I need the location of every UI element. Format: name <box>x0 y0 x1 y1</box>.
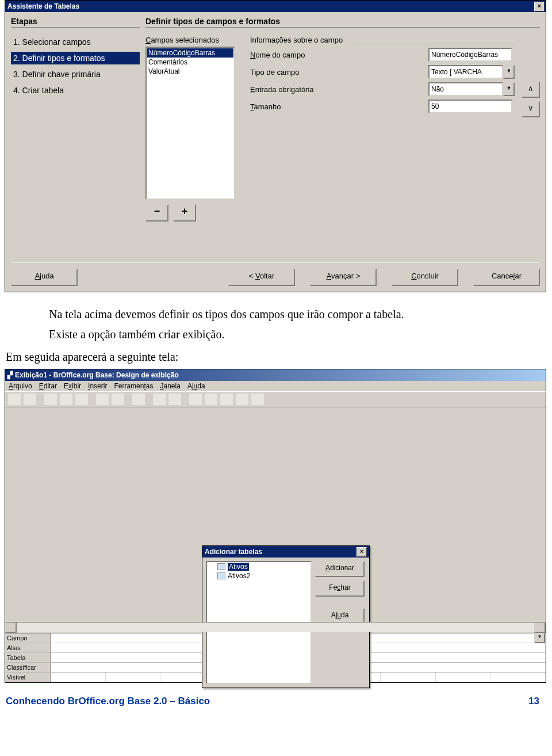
close-button[interactable]: Fechar <box>315 581 365 597</box>
field-info-label: Informações sobre o campo <box>250 36 515 44</box>
run-icon[interactable] <box>132 393 145 406</box>
grid-row-visivel: Visível <box>5 673 51 682</box>
function-icon[interactable] <box>204 393 218 406</box>
grid-row-tabela: Tabela <box>5 653 51 662</box>
sql-icon[interactable] <box>152 393 166 406</box>
alias-icon[interactable] <box>220 393 233 406</box>
cancel-button[interactable]: Cancelar <box>473 269 540 286</box>
remove-field-button[interactable]: − <box>145 204 168 222</box>
add-button[interactable]: Adicionar <box>315 561 365 577</box>
move-up-button[interactable]: ∧ <box>522 82 540 98</box>
chevron-down-icon[interactable]: ▼ <box>503 65 515 79</box>
toolbar <box>5 391 546 407</box>
step-select-fields[interactable]: 1. Selecionar campos <box>11 36 140 48</box>
wizard-titlebar: Assistente de Tabelas × <box>5 1 546 12</box>
field-type-select[interactable]: ▼ <box>428 65 515 79</box>
list-item[interactable]: Comentários <box>147 58 233 67</box>
required-select[interactable]: ▼ <box>428 82 515 96</box>
edit-icon[interactable] <box>23 393 37 406</box>
paragraph-3: Em seguida aparecerá a seguinte tela: <box>6 349 552 365</box>
wand-icon[interactable] <box>251 393 264 406</box>
undo-icon[interactable] <box>95 393 109 406</box>
step-define-types[interactable]: 2. Definir tipos e formatos <box>11 52 140 64</box>
view-icon[interactable] <box>168 393 182 406</box>
chevron-down-icon[interactable]: ▼ <box>503 82 515 96</box>
close-icon[interactable]: × <box>534 2 545 12</box>
scroll-right-icon[interactable] <box>534 623 546 633</box>
cut-icon[interactable] <box>44 393 57 406</box>
wizard-title: Assistente de Tabelas <box>7 2 79 10</box>
add-tables-title: Adicionar tabelas <box>205 548 262 556</box>
step-create-table[interactable]: 4. Criar tabela <box>11 84 140 97</box>
tree-item[interactable]: Ativos2 <box>207 571 310 581</box>
list-item[interactable]: ValorAtual <box>147 67 233 76</box>
selected-fields-listbox[interactable]: NúmeroCódigoBarras Comentários ValorAtua… <box>145 47 235 200</box>
field-name-input[interactable] <box>428 48 512 62</box>
view-title: Exibição1 - BrOffice.org Base: Design de… <box>15 371 179 379</box>
close-icon[interactable]: × <box>356 547 367 557</box>
back-button[interactable]: < Voltar <box>228 269 295 286</box>
menu-exibir[interactable]: Exibir <box>64 382 81 390</box>
finish-button[interactable]: Concluir <box>392 269 458 286</box>
chevron-down-icon[interactable]: ▼ <box>534 633 545 643</box>
move-down-button[interactable]: ∨ <box>522 101 540 117</box>
view-designer-window: ▞ Exibição1 - BrOffice.org Base: Design … <box>5 369 546 683</box>
add-field-button[interactable]: + <box>173 204 196 222</box>
app-icon: ▞ <box>7 371 13 379</box>
menu-editar[interactable]: Editar <box>39 382 57 390</box>
step-primary-key[interactable]: 3. Definir chave primária <box>11 68 140 81</box>
scroll-left-icon[interactable] <box>5 623 17 633</box>
page-number: 13 <box>528 696 539 707</box>
design-canvas[interactable]: Adicionar tabelas × Ativos Ativos2 Adici… <box>5 407 546 633</box>
next-button[interactable]: Avançar > <box>310 269 377 286</box>
view-titlebar: ▞ Exibição1 - BrOffice.org Base: Design … <box>5 369 546 381</box>
selected-fields-label: Campos selecionados <box>145 36 243 44</box>
right-header: Definir tipos de campos e formatos <box>145 17 540 28</box>
save-icon[interactable] <box>7 393 21 406</box>
redo-icon[interactable] <box>111 393 125 406</box>
tree-item[interactable]: Ativos <box>207 562 310 571</box>
paragraph-2: Existe a opção também criar exibição. <box>49 326 552 343</box>
grid-row-classificar: Classificar <box>5 663 51 672</box>
menubar[interactable]: Arquivo Editar Exibir Inserir Ferramenta… <box>5 381 546 391</box>
table-icon[interactable] <box>189 393 202 406</box>
add-tables-dialog: Adicionar tabelas × Ativos Ativos2 Adici… <box>202 545 370 688</box>
table-icon <box>217 563 225 570</box>
wizard-steps-panel: Etapas 1. Selecionar campos 2. Definir t… <box>11 17 140 258</box>
list-item[interactable]: NúmeroCódigoBarras <box>147 48 233 58</box>
horizontal-scrollbar[interactable] <box>5 622 546 632</box>
menu-arquivo[interactable]: Arquivo <box>9 382 32 390</box>
menu-ajuda[interactable]: Ajuda <box>187 382 205 390</box>
menu-inserir[interactable]: Inserir <box>88 382 107 390</box>
paste-icon[interactable] <box>75 393 89 406</box>
grid-row-alias: Alias <box>5 643 51 652</box>
grid-row-campo: Campo <box>5 633 51 643</box>
table-icon <box>217 572 225 579</box>
distinct-icon[interactable] <box>235 393 249 406</box>
menu-ferramentas[interactable]: Ferramentas <box>114 382 153 390</box>
help-button[interactable]: Ajuda <box>11 269 78 286</box>
menu-janela[interactable]: Janela <box>160 382 181 390</box>
steps-header: Etapas <box>11 17 140 28</box>
footer-title: Conhecendo BrOffice.org Base 2.0 – Básic… <box>6 696 210 707</box>
divider <box>11 262 540 263</box>
copy-icon[interactable] <box>59 393 73 406</box>
paragraph-1: Na tela acima devemos definir os tipos d… <box>49 306 552 323</box>
table-wizard-dialog: Assistente de Tabelas × Etapas 1. Seleci… <box>5 0 546 292</box>
field-size-input[interactable] <box>428 100 512 113</box>
